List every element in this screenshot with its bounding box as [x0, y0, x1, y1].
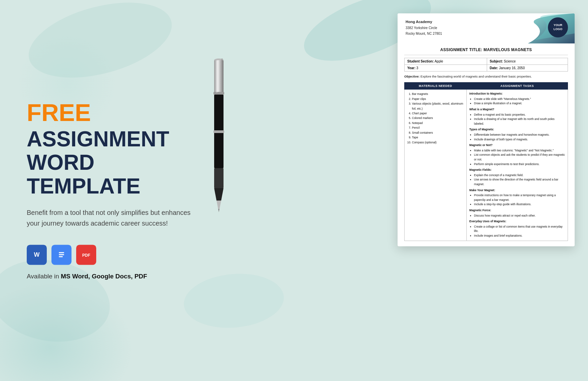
info-table: Student Section: Apple Subject: Science …: [404, 58, 568, 72]
doc-body: ASSIGNMENT TITLE: MARVELOUS MAGNETS Stud…: [398, 43, 575, 246]
student-section-value: Apple: [435, 59, 443, 63]
material-item: Compass (optional): [412, 140, 464, 145]
free-label: FREE: [27, 101, 227, 125]
student-section-cell: Student Section: Apple: [405, 58, 487, 65]
date-value: January 16, 2050: [499, 66, 525, 70]
date-cell: Date: January 16, 2050: [487, 65, 568, 72]
task-bullet: Define a magnet and its basic properties…: [474, 113, 565, 117]
svg-marker-20: [216, 201, 221, 209]
template-title: ASSIGNMENT WORD TEMPLATE: [27, 127, 227, 198]
svg-text:W: W: [34, 252, 40, 258]
svg-rect-15: [213, 92, 224, 95]
word-icon: W: [27, 245, 47, 265]
svg-rect-7: [59, 252, 64, 253]
document-section: Hong Academy 3382 Yorkshire Circle Rocky…: [398, 13, 575, 246]
year-label: Year:: [407, 66, 415, 70]
materials-header: MATERIALS NEEDED: [405, 83, 467, 90]
material-item: Notepad: [412, 121, 464, 125]
tasks-header: ASSIGNMENT TASKS: [466, 83, 568, 90]
school-name: Hong Academy: [406, 19, 442, 25]
task-bullet: Include a step-by-step guide with illust…: [474, 202, 565, 207]
available-text: Available in MS Word, Google Docs, PDF: [27, 273, 227, 280]
svg-rect-8: [59, 254, 64, 255]
svg-rect-14: [214, 60, 224, 94]
svg-rect-9: [59, 256, 63, 257]
task-bullet: Create a collage or list of common items…: [474, 225, 565, 234]
docs-icon: [51, 245, 71, 265]
task-bullet: Provide instructions on how to make a te…: [474, 193, 565, 202]
task-bullet: Perform simple experiments to test their…: [474, 162, 565, 167]
subject-cell: Subject: Science: [487, 58, 568, 65]
address-line1: 3382 Yorkshire Circle: [406, 25, 442, 31]
task-bullet: List common objects and ask the students…: [474, 153, 565, 162]
materials-list: Bar magnets Paper clips Various objects …: [407, 92, 464, 145]
svg-text:PDF: PDF: [82, 253, 90, 258]
objective-label: Objective:: [404, 75, 420, 78]
task-bullet: Include drawings of both types of magnet…: [474, 137, 565, 142]
task-section-title: Types of Magnets:: [469, 127, 565, 132]
svg-marker-21: [218, 209, 219, 212]
svg-marker-19: [214, 188, 224, 201]
address-line2: Rocky Mount, NC 27801: [406, 31, 442, 36]
material-item: Paper clips: [412, 97, 464, 101]
task-bullet: Differentiate between bar magnets and ho…: [474, 133, 565, 137]
task-bullet: Draw a simple illustration of a magnet.: [474, 101, 565, 106]
content-table: MATERIALS NEEDED ASSIGNMENT TASKS Bar ma…: [404, 82, 568, 241]
left-section: FREE ASSIGNMENT WORD TEMPLATE Benefit fr…: [27, 101, 227, 280]
bg-blob-bottom: [0, 281, 134, 381]
doc-header: Hong Academy 3382 Yorkshire Circle Rocky…: [398, 13, 575, 43]
description-text: Benefit from a tool that not only simpli…: [27, 208, 200, 229]
svg-rect-17: [213, 130, 224, 133]
tasks-cell: Introduction to Magnets: Create a title …: [466, 90, 568, 241]
tasks-content: Introduction to Magnets: Create a title …: [469, 92, 565, 238]
assignment-title: ASSIGNMENT TITLE: MARVELOUS MAGNETS: [404, 47, 568, 55]
subject-value: Science: [504, 59, 516, 63]
task-section-title: Magnetic Force:: [469, 208, 565, 213]
task-section-title: Make Your Magnet:: [469, 188, 565, 193]
material-item: Tape: [412, 135, 464, 140]
task-section-title: Magnetic Fields:: [469, 168, 565, 172]
student-section-label: Student Section:: [407, 59, 434, 63]
task-section-title: What is a Magnet?: [469, 107, 565, 112]
pdf-icon: PDF: [76, 245, 96, 265]
subject-label: Subject:: [490, 59, 503, 63]
material-item: Various objects (plastic, wood, aluminum…: [412, 101, 464, 111]
materials-cell: Bar magnets Paper clips Various objects …: [405, 90, 467, 241]
year-value: 3: [416, 66, 418, 70]
task-bullet: Use arrows to show the direction of the …: [474, 177, 565, 186]
material-item: Bar magnets: [412, 92, 464, 96]
task-section-title: Introduction to Magnets:: [469, 92, 565, 96]
material-item: Chart paper: [412, 111, 464, 116]
svg-rect-18: [214, 168, 224, 188]
objective-text: Explore the fascinating world of magnets…: [421, 75, 532, 78]
task-section-title: Everyday Uses of Magnets:: [469, 219, 565, 224]
task-bullet: Discuss how magnets attract or repel eac…: [474, 214, 565, 218]
material-item: Pencil: [412, 125, 464, 130]
pen-illustration: [207, 53, 231, 214]
material-item: Colored markers: [412, 116, 464, 120]
svg-rect-22: [216, 61, 217, 93]
task-section-title: Magnetic or Not?: [469, 143, 565, 148]
task-bullet: Include a drawing of a bar magnet with i…: [474, 117, 565, 126]
objective-row: Objective: Explore the fascinating world…: [404, 74, 568, 79]
school-info: Hong Academy 3382 Yorkshire Circle Rocky…: [406, 19, 442, 36]
task-bullet: Create a title slide with "Marvelous Mag…: [474, 97, 565, 102]
material-item: Small containers: [412, 130, 464, 135]
year-cell: Year: 3: [405, 65, 487, 72]
task-bullet: Include images and brief explanations.: [474, 234, 565, 238]
task-bullet: Explain the concept of a magnetic field.: [474, 173, 565, 178]
logo-circle: YOURLOGO: [548, 17, 568, 37]
date-label: Date:: [490, 66, 498, 70]
task-bullet: Make a table with two columns: "Magnetic…: [474, 148, 565, 153]
format-icons: W PDF: [27, 245, 227, 265]
